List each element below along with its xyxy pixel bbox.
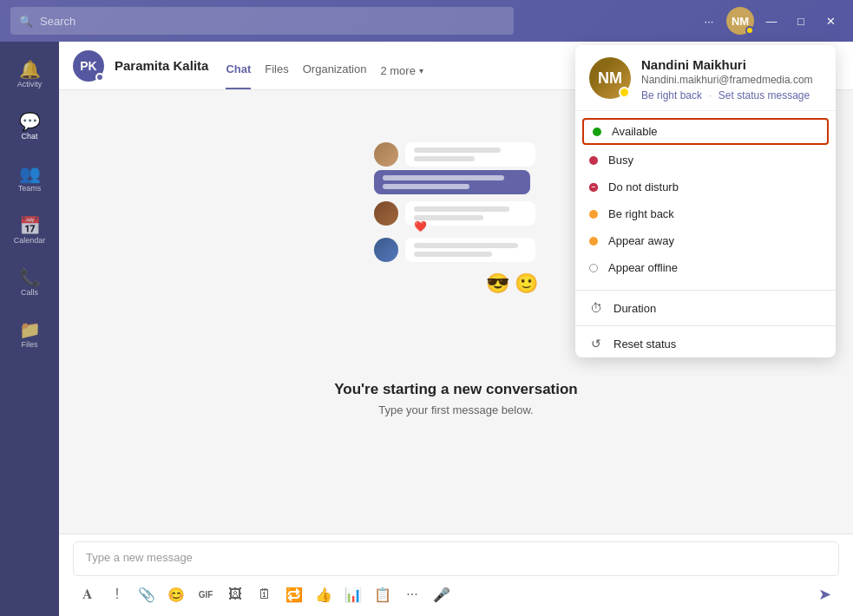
- attach-button[interactable]: 📎: [134, 581, 160, 607]
- away-label: Appear away: [608, 234, 674, 247]
- duration-icon: ⏱: [589, 301, 603, 315]
- message-toolbar: 𝐀 ! 📎 😊 GIF 🖼 🗓 🔁 👍 📊 📋 ··· 🎤 ➤: [73, 576, 839, 613]
- contact-name: Paramita Kalita: [115, 58, 208, 73]
- format-button[interactable]: 𝐀: [75, 581, 101, 607]
- message-input-area: Type a new message 𝐀 ! 📎 😊 GIF 🖼 🗓 🔁 👍 📊…: [59, 534, 853, 616]
- dropdown-avatar-status: [619, 87, 630, 98]
- chat-tabs: Chat Files Organization 2 more ▾: [226, 42, 423, 89]
- tab-organization[interactable]: Organization: [303, 62, 367, 89]
- sticker-button[interactable]: 🖼: [222, 581, 248, 607]
- dropdown-email: Nandini.maikhuri@framedmedia.com: [641, 74, 822, 86]
- dropdown-avatar: NM: [589, 57, 631, 99]
- urgent-button[interactable]: !: [104, 581, 130, 607]
- search-box[interactable]: 🔍: [10, 7, 514, 35]
- emoji-row: 😎 🙂: [486, 272, 538, 295]
- files-icon: 📁: [19, 321, 41, 338]
- action-duration[interactable]: ⏱ Duration: [575, 294, 836, 322]
- sidebar-label-teams: Teams: [18, 184, 42, 193]
- status-dnd[interactable]: − Do not disturb: [575, 174, 836, 200]
- whiteboard-button[interactable]: 📋: [370, 581, 396, 607]
- sidebar-item-chat[interactable]: 💬 Chat: [9, 102, 50, 151]
- title-bar-right: ··· NM — □ ✕: [697, 7, 843, 35]
- status-offline[interactable]: Appear offline: [575, 254, 836, 281]
- more-options-button[interactable]: ···: [697, 9, 721, 33]
- search-input[interactable]: [40, 15, 505, 28]
- offline-dot: [589, 264, 598, 272]
- msg-row-3: ❤️: [374, 201, 535, 226]
- msg-bubble-4: [405, 238, 535, 262]
- more-actions-button[interactable]: ···: [399, 581, 425, 607]
- offline-label: Appear offline: [608, 261, 678, 274]
- msg-avatar-1: [374, 142, 398, 167]
- sidebar: 🔔 Activity 💬 Chat 👥 Teams 📅 Calendar 📞 C…: [0, 42, 59, 616]
- emoji-button[interactable]: 😊: [163, 581, 189, 607]
- gif-button[interactable]: GIF: [193, 581, 219, 607]
- contact-status-dot: [95, 73, 104, 82]
- msg-row-2: [374, 170, 530, 194]
- brb-label: Be right back: [608, 207, 674, 220]
- reaction-emoji: ❤️: [414, 220, 427, 233]
- conversation-text: You're starting a new conversation Type …: [334, 381, 578, 416]
- chat-illustration: ❤️ 😎 🙂: [374, 142, 539, 295]
- msg-row-1: [374, 142, 535, 167]
- msg-bubble-2: [374, 170, 530, 194]
- send-button[interactable]: ➤: [811, 581, 837, 607]
- dropdown-divider-2: [575, 325, 836, 326]
- sidebar-label-chat: Chat: [21, 132, 37, 141]
- sidebar-item-calendar[interactable]: 📅 Calendar: [9, 206, 50, 255]
- status-available[interactable]: Available: [582, 118, 829, 145]
- sidebar-item-calls[interactable]: 📞 Calls: [9, 259, 50, 307]
- sidebar-item-teams[interactable]: 👥 Teams: [9, 154, 50, 203]
- poll-button[interactable]: 📊: [340, 581, 366, 607]
- user-avatar-title[interactable]: NM: [726, 7, 754, 35]
- busy-label: Busy: [608, 154, 633, 167]
- msg-avatar-4: [374, 238, 398, 262]
- status-brb[interactable]: Be right back: [575, 200, 836, 227]
- msg-bubble-1: [405, 142, 535, 167]
- delivery-button[interactable]: 🔁: [281, 581, 307, 607]
- calendar-icon: 📅: [19, 217, 41, 234]
- calls-icon: 📞: [19, 269, 41, 286]
- reset-status-icon: ↺: [589, 337, 603, 351]
- status-busy[interactable]: Busy: [575, 147, 836, 174]
- current-status-link[interactable]: Be right back: [641, 89, 702, 102]
- close-button[interactable]: ✕: [818, 9, 843, 33]
- tab-chat[interactable]: Chat: [226, 62, 251, 89]
- dropdown-username: Nandini Maikhuri: [641, 57, 822, 72]
- dnd-dot: −: [589, 183, 598, 192]
- dnd-label: Do not disturb: [608, 180, 679, 193]
- set-status-link[interactable]: Set status message: [718, 89, 810, 102]
- teams-icon: 👥: [19, 165, 41, 182]
- dropdown-user-info: Nandini Maikhuri Nandini.maikhuri@framed…: [641, 57, 822, 102]
- user-status-dot-title: [745, 26, 754, 35]
- message-input-box[interactable]: Type a new message: [73, 541, 839, 576]
- available-label: Available: [612, 125, 658, 138]
- like-button[interactable]: 👍: [311, 581, 337, 607]
- status-dropdown: NM Nandini Maikhuri Nandini.maikhuri@fra…: [575, 45, 836, 357]
- available-dot: [593, 128, 601, 136]
- sidebar-label-calendar: Calendar: [14, 236, 46, 245]
- sidebar-label-files: Files: [21, 340, 37, 349]
- duration-label: Duration: [614, 302, 656, 315]
- action-reset-status[interactable]: ↺ Reset status: [575, 330, 836, 357]
- sidebar-label-activity: Activity: [17, 80, 43, 88]
- dropdown-status-links: Be right back · Set status message: [641, 89, 822, 102]
- sidebar-item-files[interactable]: 📁 Files: [9, 311, 50, 359]
- status-list: Available Busy − Do not disturb Be right…: [575, 111, 836, 286]
- conversation-title: You're starting a new conversation: [334, 381, 578, 398]
- maximize-button[interactable]: □: [789, 9, 813, 33]
- activity-icon: 🔔: [19, 61, 41, 78]
- tab-files[interactable]: Files: [265, 62, 288, 89]
- dictate-button[interactable]: 🎤: [429, 581, 455, 607]
- chat-icon: 💬: [19, 113, 41, 130]
- minimize-button[interactable]: —: [759, 9, 784, 33]
- search-icon: 🔍: [19, 15, 33, 28]
- sidebar-item-activity[interactable]: 🔔 Activity: [9, 50, 50, 99]
- contact-avatar: PK: [73, 50, 104, 82]
- busy-dot: [589, 156, 598, 165]
- schedule-button[interactable]: 🗓: [252, 581, 278, 607]
- tab-more[interactable]: 2 more ▾: [380, 64, 423, 89]
- message-placeholder: Type a new message: [86, 551, 193, 564]
- status-away[interactable]: Appear away: [575, 227, 836, 254]
- title-bar: 🔍 ··· NM — □ ✕: [0, 0, 853, 42]
